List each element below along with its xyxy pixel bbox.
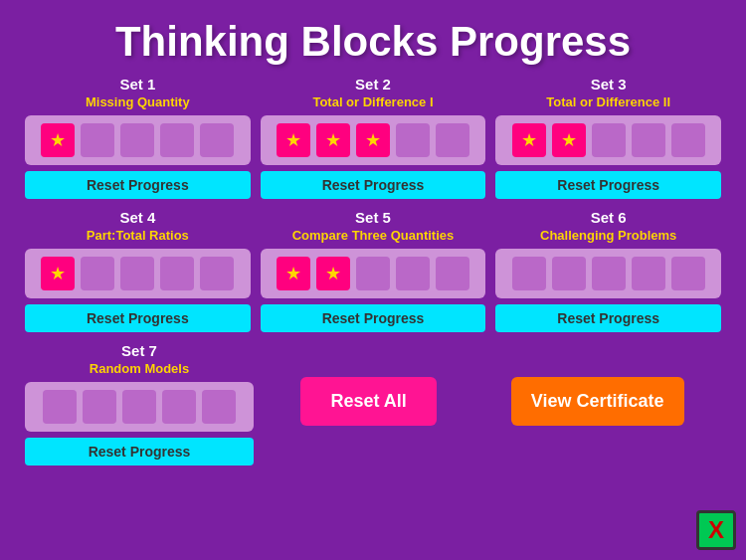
set7-star-4	[162, 390, 196, 424]
set7-block: Set 7 Random Models Reset Progress	[25, 342, 254, 466]
set5-star-3	[356, 257, 390, 290]
set3-star-3	[592, 123, 626, 157]
sets-grid: Set 1Missing Quantity★Reset ProgressSet …	[0, 76, 746, 332]
set1-subtitle: Missing Quantity	[86, 94, 190, 109]
bottom-actions: Reset All View Certificate	[264, 342, 721, 426]
star-icon: ★	[50, 263, 66, 284]
set1-star-5	[200, 123, 234, 157]
set7-title: Set 7	[121, 342, 157, 359]
set7-subtitle: Random Models	[90, 361, 189, 376]
star-icon: ★	[365, 129, 381, 151]
set2-star-1: ★	[277, 123, 310, 157]
set6-star-4	[632, 257, 665, 290]
set5-block: Set 5Compare Three Quantities★★Reset Pro…	[261, 209, 486, 332]
set3-star-1: ★	[512, 123, 546, 157]
star-icon: ★	[325, 129, 341, 151]
set3-star-2: ★	[552, 123, 586, 157]
set4-star-5	[200, 257, 234, 290]
bottom-row: Set 7 Random Models Reset Progress Reset…	[0, 342, 746, 466]
set2-star-2: ★	[316, 123, 350, 157]
set2-reset-button[interactable]: Reset Progress	[261, 171, 486, 199]
set4-stars-panel: ★	[25, 249, 251, 298]
set1-block: Set 1Missing Quantity★Reset Progress	[25, 76, 251, 199]
set4-reset-button[interactable]: Reset Progress	[25, 304, 251, 332]
set5-star-2: ★	[316, 257, 350, 290]
set6-block: Set 6Challenging ProblemsReset Progress	[495, 209, 721, 332]
star-icon: ★	[50, 129, 66, 151]
reset-all-button[interactable]: Reset All	[300, 377, 436, 426]
set5-star-4	[396, 257, 430, 290]
set7-reset-button[interactable]: Reset Progress	[25, 438, 254, 466]
set2-title: Set 2	[355, 76, 391, 93]
page-title: Thinking Blocks Progress	[0, 0, 746, 76]
star-icon: ★	[521, 129, 537, 151]
set2-star-4	[396, 123, 430, 157]
set1-title: Set 1	[119, 76, 155, 93]
set7-star-1	[43, 390, 77, 424]
set2-subtitle: Total or Difference I	[312, 94, 433, 109]
set5-stars-panel: ★★	[261, 249, 486, 298]
set3-title: Set 3	[591, 76, 627, 93]
set2-block: Set 2Total or Difference I★★★Reset Progr…	[261, 76, 486, 199]
set2-star-3: ★	[356, 123, 390, 157]
set1-stars-panel: ★	[25, 115, 251, 165]
set3-stars-panel: ★★	[495, 115, 721, 165]
set3-star-5	[671, 123, 705, 157]
set3-block: Set 3Total or Difference II★★Reset Progr…	[495, 76, 721, 199]
set1-star-2	[81, 123, 114, 157]
set3-reset-button[interactable]: Reset Progress	[495, 171, 721, 199]
set6-stars-panel	[495, 249, 721, 298]
set5-title: Set 5	[355, 209, 391, 226]
set3-subtitle: Total or Difference II	[546, 94, 670, 109]
set2-star-5	[436, 123, 469, 157]
set7-stars-panel	[25, 382, 254, 432]
set6-star-3	[592, 257, 626, 290]
set6-subtitle: Challenging Problems	[540, 228, 676, 243]
set4-star-3	[120, 257, 154, 290]
set4-star-1: ★	[41, 257, 75, 290]
set7-star-5	[202, 390, 236, 424]
set7-star-3	[122, 390, 156, 424]
set6-title: Set 6	[591, 209, 627, 226]
star-icon: ★	[325, 263, 341, 284]
set5-reset-button[interactable]: Reset Progress	[261, 304, 486, 332]
set6-star-1	[512, 257, 546, 290]
set7-star-2	[83, 390, 116, 424]
set1-reset-button[interactable]: Reset Progress	[25, 171, 251, 199]
set6-star-2	[552, 257, 586, 290]
close-button[interactable]: X	[696, 510, 736, 550]
star-icon: ★	[285, 263, 301, 284]
star-icon: ★	[561, 129, 577, 151]
set5-star-5	[436, 257, 469, 290]
set4-subtitle: Part:Total Ratios	[87, 228, 189, 243]
view-certificate-button[interactable]: View Certificate	[511, 377, 684, 426]
set5-star-1: ★	[277, 257, 310, 290]
set1-star-1: ★	[41, 123, 75, 157]
set1-star-4	[160, 123, 194, 157]
set5-subtitle: Compare Three Quantities	[292, 228, 455, 243]
set4-title: Set 4	[119, 209, 155, 226]
set4-star-2	[81, 257, 114, 290]
set4-star-4	[160, 257, 194, 290]
set6-star-5	[671, 257, 705, 290]
set4-block: Set 4Part:Total Ratios★Reset Progress	[25, 209, 251, 332]
set3-star-4	[632, 123, 665, 157]
set6-reset-button[interactable]: Reset Progress	[495, 304, 721, 332]
star-icon: ★	[285, 129, 301, 151]
set2-stars-panel: ★★★	[261, 115, 486, 165]
set1-star-3	[120, 123, 154, 157]
